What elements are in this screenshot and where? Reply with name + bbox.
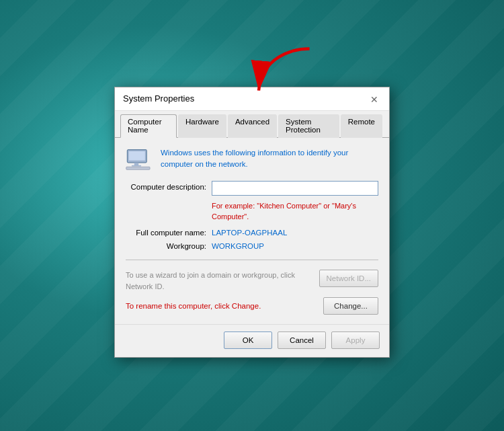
ok-button[interactable]: OK [224, 331, 272, 349]
info-section: Windows uses the following information t… [126, 147, 378, 171]
info-text: Windows uses the following information t… [161, 147, 378, 171]
tab-computer-name[interactable]: Computer Name [120, 114, 177, 138]
tab-hardware[interactable]: Hardware [178, 114, 226, 138]
system-properties-dialog: System Properties ✕ Computer Name Hardwa… [114, 87, 390, 358]
dialog-title: System Properties [123, 93, 194, 109]
tab-system-protection[interactable]: System Protection [278, 114, 339, 138]
svg-rect-5 [126, 167, 150, 169]
network-id-button[interactable]: Network ID... [319, 270, 378, 287]
svg-rect-2 [129, 151, 145, 161]
computer-description-row: Computer description: [126, 181, 378, 196]
computer-description-input[interactable] [212, 181, 378, 196]
computer-icon [126, 149, 153, 170]
tab-advanced[interactable]: Advanced [228, 114, 277, 138]
rename-section: To rename this computer, click Change. C… [126, 297, 378, 315]
tabs-container: Computer Name Hardware Advanced System P… [115, 111, 389, 138]
divider-1 [126, 260, 378, 260]
tab-remote[interactable]: Remote [341, 114, 382, 138]
change-button[interactable]: Change... [323, 297, 378, 315]
computer-description-label: Computer description: [126, 181, 206, 191]
full-name-value: LAPTOP-OAGPHAAL [212, 229, 287, 237]
description-hint: For example: "Kitchen Computer" or "Mary… [212, 201, 378, 222]
svg-rect-3 [134, 163, 138, 165]
apply-button[interactable]: Apply [331, 331, 380, 349]
button-bar: OK Cancel Apply [115, 324, 389, 357]
workgroup-value: WORKGROUP [212, 242, 264, 250]
workgroup-label: Workgroup: [126, 242, 212, 250]
cancel-button[interactable]: Cancel [278, 331, 326, 349]
network-id-section: To use a wizard to join a domain or work… [126, 270, 378, 292]
workgroup-row: Workgroup: WORKGROUP [126, 242, 378, 250]
title-bar: System Properties ✕ [115, 87, 389, 111]
network-id-text: To use a wizard to join a domain or work… [126, 270, 311, 292]
full-name-label: Full computer name: [126, 229, 212, 237]
close-button[interactable]: ✕ [368, 93, 381, 106]
full-computer-name-row: Full computer name: LAPTOP-OAGPHAAL [126, 229, 378, 237]
svg-rect-4 [132, 165, 141, 167]
dialog-content: Windows uses the following information t… [115, 138, 389, 324]
rename-text: To rename this computer, click Change. [126, 302, 315, 310]
